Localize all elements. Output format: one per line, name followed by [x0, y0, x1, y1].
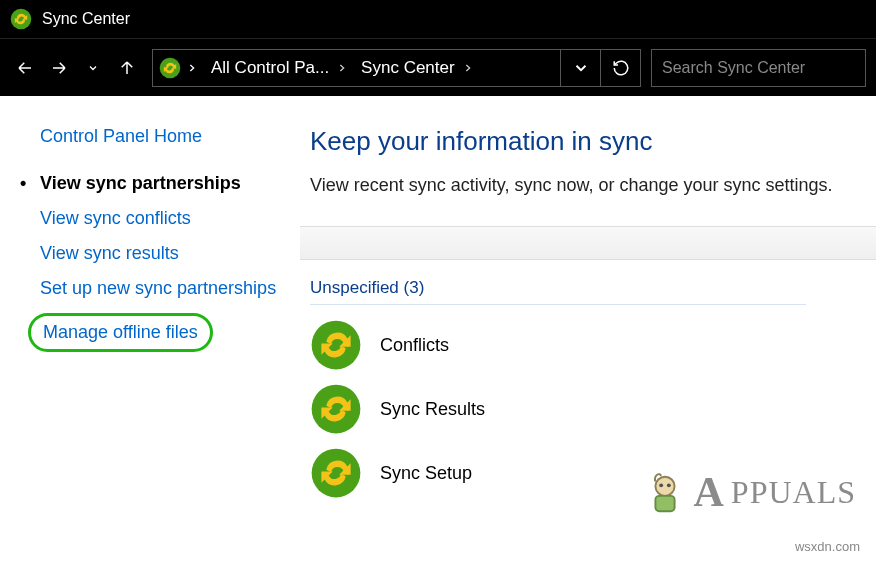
breadcrumb-root-chevron[interactable]	[185, 50, 201, 86]
list-item-conflicts[interactable]: Conflicts	[310, 313, 846, 377]
refresh-button[interactable]	[600, 50, 640, 86]
attribution: wsxdn.com	[795, 539, 860, 554]
highlight-ring: Manage offline files	[28, 313, 213, 352]
titlebar: Sync Center	[0, 0, 876, 38]
sync-icon	[310, 319, 362, 371]
breadcrumb-item[interactable]: Sync Center	[351, 50, 477, 86]
group-header[interactable]: Unspecified (3)	[310, 274, 806, 305]
svg-point-3	[659, 483, 663, 487]
forward-button[interactable]	[44, 53, 74, 83]
page-heading: Keep your information in sync	[310, 126, 846, 157]
svg-rect-5	[655, 496, 674, 511]
watermark-text: PPUALS	[731, 474, 856, 511]
control-panel-home-link[interactable]: Control Panel Home	[40, 126, 280, 147]
up-button[interactable]	[112, 53, 142, 83]
sync-icon	[10, 8, 32, 30]
sidebar-item-label: Manage offline files	[43, 322, 198, 342]
watermark: A PPUALS	[642, 468, 857, 516]
sync-icon	[153, 57, 185, 79]
address-bar[interactable]: All Control Pa... Sync Center	[152, 49, 641, 87]
sidebar-item-view-partnerships[interactable]: View sync partnerships	[40, 173, 280, 194]
sidebar-item-manage-offline-files[interactable]: Manage offline files	[40, 313, 280, 352]
back-button[interactable]	[10, 53, 40, 83]
watermark-letter: A	[694, 468, 725, 516]
item-label: Sync Results	[380, 399, 485, 420]
breadcrumb-item[interactable]: All Control Pa...	[201, 50, 351, 86]
main-content: Keep your information in sync View recen…	[300, 96, 876, 564]
search-input[interactable]	[662, 59, 855, 77]
sidebar-item-view-conflicts[interactable]: View sync conflicts	[40, 208, 280, 229]
sync-icon	[310, 447, 362, 499]
navbar: All Control Pa... Sync Center	[0, 38, 876, 96]
recent-locations-button[interactable]	[78, 53, 108, 83]
list-item-sync-results[interactable]: Sync Results	[310, 377, 846, 441]
item-label: Sync Setup	[380, 463, 472, 484]
sidebar: Control Panel Home View sync partnership…	[0, 96, 300, 564]
address-dropdown-button[interactable]	[560, 50, 600, 86]
search-box[interactable]	[651, 49, 866, 87]
item-label: Conflicts	[380, 335, 449, 356]
breadcrumb-label: All Control Pa...	[211, 58, 329, 78]
sidebar-item-view-results[interactable]: View sync results	[40, 243, 280, 264]
breadcrumb-label: Sync Center	[361, 58, 455, 78]
page-description: View recent sync activity, sync now, or …	[310, 175, 846, 196]
sync-icon	[310, 383, 362, 435]
toolbar-strip	[300, 226, 876, 260]
mascot-icon	[642, 469, 688, 515]
window-title: Sync Center	[42, 10, 130, 28]
sidebar-item-new-partnerships[interactable]: Set up new sync partnerships	[40, 278, 280, 299]
svg-point-4	[666, 483, 670, 487]
svg-point-2	[655, 477, 674, 496]
